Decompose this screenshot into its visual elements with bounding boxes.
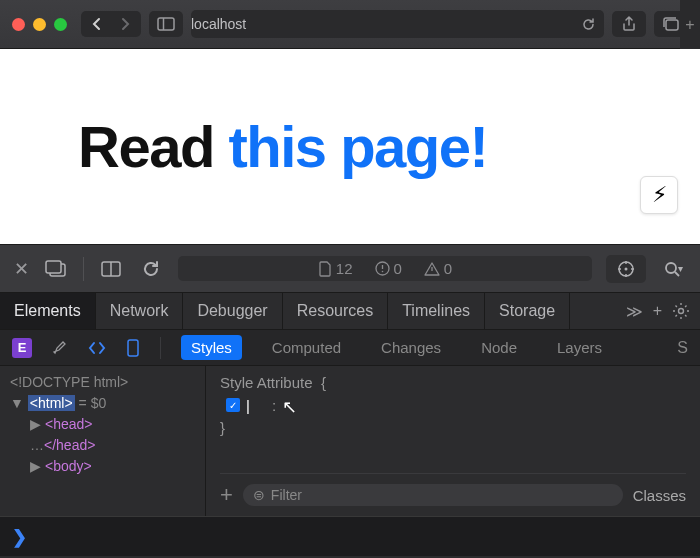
style-brace-close: } xyxy=(220,419,686,436)
element-badge[interactable]: E xyxy=(12,338,32,358)
warnings-counter[interactable]: 0 xyxy=(424,260,452,277)
svg-point-12 xyxy=(625,267,628,270)
filter-icon: ⊜ xyxy=(253,487,265,503)
lightning-icon: ⚡︎ xyxy=(652,182,667,208)
sub-tab-styles[interactable]: Styles xyxy=(181,335,242,360)
devtools-counters: 12 0 0 xyxy=(178,256,592,281)
styles-filter-row: + ⊜ Filter Classes xyxy=(220,473,686,508)
svg-rect-4 xyxy=(46,261,61,273)
reload-icon[interactable] xyxy=(581,17,596,32)
styles-panel: Style Attribute { ✓ : ↖ } + ⊜ Filter Cla… xyxy=(205,366,700,516)
heading-part-1: Read xyxy=(78,114,228,179)
close-window-icon[interactable] xyxy=(12,18,25,31)
tab-debugger[interactable]: Debugger xyxy=(183,293,282,329)
sub-tab-search-partial: S xyxy=(677,339,688,357)
code-icon[interactable] xyxy=(88,341,106,355)
style-attribute-header[interactable]: Style Attribute { xyxy=(220,374,686,391)
sidebar-toggle-button[interactable] xyxy=(149,11,183,37)
style-rule-line[interactable]: ✓ : ↖ xyxy=(226,394,686,416)
search-icon[interactable]: ▾ xyxy=(660,256,686,282)
dom-head-close[interactable]: …</head> xyxy=(10,435,195,456)
devtools-toolbar: ✕ 12 0 0 ▾ xyxy=(0,244,700,292)
toolbar-right-buttons xyxy=(612,11,688,37)
dom-head-open[interactable]: ▶<head> xyxy=(10,414,195,435)
svg-rect-2 xyxy=(666,20,678,30)
add-tab-icon[interactable]: + xyxy=(653,302,662,320)
svg-rect-20 xyxy=(128,340,138,356)
elements-sub-tabs: E Styles Computed Changes Node Layers S xyxy=(0,330,700,366)
console-prompt-icon: ❯ xyxy=(12,526,27,548)
forward-button[interactable] xyxy=(111,11,141,37)
maximize-window-icon[interactable] xyxy=(54,18,67,31)
separator xyxy=(160,337,161,359)
sub-tab-layers[interactable]: Layers xyxy=(547,335,612,360)
cursor-icon: ↖ xyxy=(282,396,297,418)
tab-network[interactable]: Network xyxy=(96,293,184,329)
tab-storage[interactable]: Storage xyxy=(485,293,570,329)
devtools-panels: <!DOCTYPE html> ▼<html> = $0 ▶<head> …</… xyxy=(0,366,700,516)
svg-point-17 xyxy=(666,263,676,273)
dom-html[interactable]: ▼<html> = $0 xyxy=(10,393,195,414)
dock-side-icon[interactable] xyxy=(43,256,69,282)
svg-point-9 xyxy=(381,271,383,273)
device-icon[interactable] xyxy=(126,339,140,357)
dom-doctype[interactable]: <!DOCTYPE html> xyxy=(10,372,195,393)
heading-part-2: this page! xyxy=(228,114,487,179)
devtools-tabs: Elements Network Debugger Resources Time… xyxy=(0,292,700,330)
resources-counter[interactable]: 12 xyxy=(318,260,353,277)
responsive-mode-icon[interactable] xyxy=(98,256,124,282)
lightning-badge[interactable]: ⚡︎ xyxy=(640,176,678,214)
dom-tree[interactable]: <!DOCTYPE html> ▼<html> = $0 ▶<head> …</… xyxy=(0,366,205,516)
sub-tab-node[interactable]: Node xyxy=(471,335,527,360)
element-picker-button[interactable] xyxy=(606,255,646,283)
tab-timelines[interactable]: Timelines xyxy=(388,293,485,329)
back-button[interactable] xyxy=(81,11,111,37)
svg-rect-0 xyxy=(158,18,174,30)
minimize-window-icon[interactable] xyxy=(33,18,46,31)
window-traffic-lights xyxy=(12,18,67,31)
sub-tab-changes[interactable]: Changes xyxy=(371,335,451,360)
tab-resources[interactable]: Resources xyxy=(283,293,388,329)
style-property-input[interactable] xyxy=(246,397,266,414)
sub-tab-computed[interactable]: Computed xyxy=(262,335,351,360)
address-text: localhost xyxy=(191,16,246,32)
svg-point-19 xyxy=(679,309,684,314)
styles-filter-input[interactable]: ⊜ Filter xyxy=(243,484,623,506)
console-bar[interactable]: ❯ xyxy=(0,516,700,556)
style-checkbox-icon[interactable]: ✓ xyxy=(226,398,240,412)
separator xyxy=(83,257,84,281)
page-content: Read this page! ⚡︎ xyxy=(0,49,700,244)
classes-toggle[interactable]: Classes xyxy=(633,487,686,504)
share-button[interactable] xyxy=(612,11,646,37)
close-devtools-button[interactable]: ✕ xyxy=(14,258,29,280)
new-tab-button[interactable]: + xyxy=(680,0,700,49)
nav-back-forward xyxy=(81,11,141,37)
browser-toolbar: localhost xyxy=(0,0,700,49)
add-rule-button[interactable]: + xyxy=(220,482,233,508)
tab-elements[interactable]: Elements xyxy=(0,293,96,329)
address-bar[interactable]: localhost xyxy=(191,10,604,38)
brush-icon[interactable] xyxy=(52,340,68,356)
reload-devtools-icon[interactable] xyxy=(138,256,164,282)
tabs-overflow-icon[interactable]: ≫ xyxy=(626,302,643,321)
settings-gear-icon[interactable] xyxy=(672,302,690,320)
dom-body[interactable]: ▶<body> xyxy=(10,456,195,477)
errors-counter[interactable]: 0 xyxy=(375,260,402,277)
page-heading: Read this page! xyxy=(78,113,487,180)
